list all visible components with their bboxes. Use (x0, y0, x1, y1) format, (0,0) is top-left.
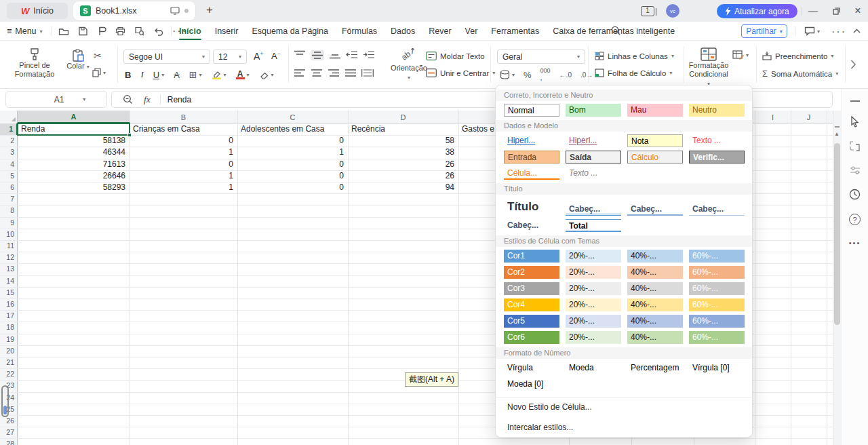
more-options-icon[interactable]: ··· (831, 26, 846, 38)
row-header-5[interactable]: 5 (0, 170, 18, 182)
style-item-cor1[interactable]: Cor1 (504, 250, 559, 263)
row-header-4[interactable]: 4 (0, 159, 18, 170)
align-center-icon[interactable] (311, 69, 323, 77)
style-item-texto[interactable]: Texto ... (566, 167, 621, 180)
vertical-scrollbar-thumb[interactable] (834, 143, 840, 325)
style-item-normal[interactable]: Normal (504, 104, 559, 117)
style-item-cabe[interactable]: Cabeç... (627, 203, 683, 216)
style-item-60[interactable]: 60%-... (689, 315, 745, 328)
collapse-pane-icon[interactable] (850, 100, 861, 102)
eraser-button[interactable]: ▾ (259, 71, 274, 79)
style-item-60[interactable]: 60%-... (689, 282, 745, 295)
row-header-12[interactable]: 12 (0, 252, 18, 263)
scrollbar-split-handle[interactable] (835, 126, 840, 128)
shrink-font-button[interactable]: A− (271, 50, 281, 61)
cut-icon[interactable]: ✂ (94, 50, 102, 61)
cell-C2[interactable]: 0 (237, 135, 344, 147)
format-painter-button[interactable]: Pincel de Formatação (11, 47, 58, 78)
zoom-lens-icon[interactable] (123, 94, 133, 104)
row-header-28[interactable]: 28 (0, 438, 18, 445)
row-header-21[interactable]: 21 (0, 357, 18, 368)
row-header-27[interactable]: 27 (0, 427, 18, 438)
column-header-I[interactable]: I (755, 111, 791, 123)
style-item-texto[interactable]: Texto ... (689, 134, 745, 147)
ribbon-tab-esquema-da-p-gina[interactable]: Esquema da Página (250, 22, 330, 41)
style-item-cabe[interactable]: Cabeç... (566, 203, 621, 216)
format-as-table-button[interactable]: ▾ (732, 50, 749, 60)
column-header-D[interactable]: D (348, 111, 458, 123)
column-header-J[interactable]: J (791, 111, 827, 123)
cell-B4[interactable]: 0 (130, 159, 233, 170)
number-format-select[interactable]: Geral▾ (497, 50, 585, 64)
print-preview-icon[interactable] (134, 26, 144, 36)
increase-decimal-icon[interactable]: ←.0 (559, 71, 572, 79)
column-header-B[interactable]: B (130, 111, 237, 123)
style-item-20[interactable]: 20%-... (566, 282, 621, 295)
style-item-20[interactable]: 20%-... (566, 315, 621, 328)
name-box[interactable]: A1 ▾ (5, 91, 107, 108)
cell-D5[interactable]: 26 (348, 170, 454, 182)
row-header-26[interactable]: 26 (0, 415, 18, 427)
justify-icon[interactable] (344, 69, 357, 77)
style-item-40[interactable]: 40%-... (627, 266, 683, 279)
decrease-indent-icon[interactable] (346, 50, 358, 60)
style-item-v-rgula-0[interactable]: Vírgula [0] (689, 362, 745, 374)
style-item-cor2[interactable]: Cor2 (504, 266, 559, 279)
style-item-20[interactable]: 20%-... (566, 250, 621, 263)
row-header-16[interactable]: 16 (0, 298, 18, 310)
help-icon[interactable]: ? (849, 214, 861, 225)
font-name-select[interactable]: Segoe UI▾ (123, 50, 210, 64)
restore-button[interactable] (826, 0, 846, 22)
row-header-14[interactable]: 14 (0, 275, 18, 287)
cell-B2[interactable]: 0 (130, 135, 233, 147)
cell-A2[interactable]: 58138 (18, 135, 125, 147)
align-left-icon[interactable] (294, 69, 306, 77)
home-tab[interactable]: W Início (7, 3, 68, 19)
align-bottom-icon[interactable] (329, 50, 341, 60)
style-item-verific[interactable]: Verific... (689, 151, 745, 163)
left-scroll-indicator[interactable] (1, 385, 9, 417)
style-item-60[interactable]: 60%-... (689, 250, 745, 263)
fx-icon[interactable]: fx (144, 94, 151, 105)
row-header-22[interactable]: 22 (0, 368, 18, 380)
panel-action-intercalar-estilos[interactable]: Intercalar estilos... (504, 423, 752, 433)
row-header-7[interactable]: 7 (0, 193, 18, 205)
selection-box[interactable] (17, 123, 130, 136)
grow-font-button[interactable]: A+ (254, 50, 264, 62)
style-item-60[interactable]: 60%-... (689, 298, 745, 311)
cursor-icon[interactable] (850, 116, 860, 128)
minimize-button[interactable]: — (803, 0, 823, 22)
style-item-bom[interactable]: Bom (566, 104, 621, 117)
wrap-text-button[interactable]: Moldar Texto (426, 52, 485, 60)
comments-button[interactable]: ▾ (804, 26, 820, 36)
currency-button[interactable]: ▾ (500, 70, 515, 79)
toolbar-expand-icon[interactable] (850, 60, 856, 69)
font-color-button[interactable]: A▾ (236, 71, 250, 79)
cell-D2[interactable]: 58 (348, 135, 454, 147)
merge-center-button[interactable]: Unir e Centrar ▾ (426, 69, 495, 77)
style-item-20[interactable]: 20%-... (566, 298, 621, 311)
style-item-cor6[interactable]: Cor6 (504, 331, 559, 344)
bold-button[interactable]: B (125, 70, 131, 80)
fill-button[interactable]: Preenchimento▾ (762, 52, 833, 60)
document-tab[interactable]: S Book1.xlsx (73, 1, 195, 20)
scroll-up-icon[interactable]: ▲ (833, 131, 840, 137)
row-header-2[interactable]: 2 (0, 135, 18, 147)
worksheet-button[interactable]: Folha de Cálculo▾ (595, 69, 672, 77)
row-header-18[interactable]: 18 (0, 322, 18, 333)
open-folder-icon[interactable] (58, 26, 69, 36)
style-item-40[interactable]: 40%-... (627, 315, 683, 328)
style-item-40[interactable]: 40%-... (627, 331, 683, 344)
update-now-button[interactable]: Atualizar agora (717, 4, 797, 18)
style-item-c-lculo[interactable]: Cálculo (627, 151, 683, 163)
style-item-hiperl[interactable]: Hiperl... (504, 134, 559, 147)
style-item-40[interactable]: 40%-... (627, 282, 683, 295)
distributed-icon[interactable] (361, 69, 374, 77)
cell-A5[interactable]: 26646 (18, 170, 125, 182)
search-icon[interactable] (610, 25, 621, 36)
borders-button[interactable]: ⊞▾ (189, 69, 202, 80)
undo-icon[interactable] (153, 27, 163, 36)
style-item-t-tulo[interactable]: Título (504, 198, 559, 216)
cell-A4[interactable]: 71613 (18, 159, 125, 170)
ribbon-tab-ver[interactable]: Ver (464, 22, 479, 41)
